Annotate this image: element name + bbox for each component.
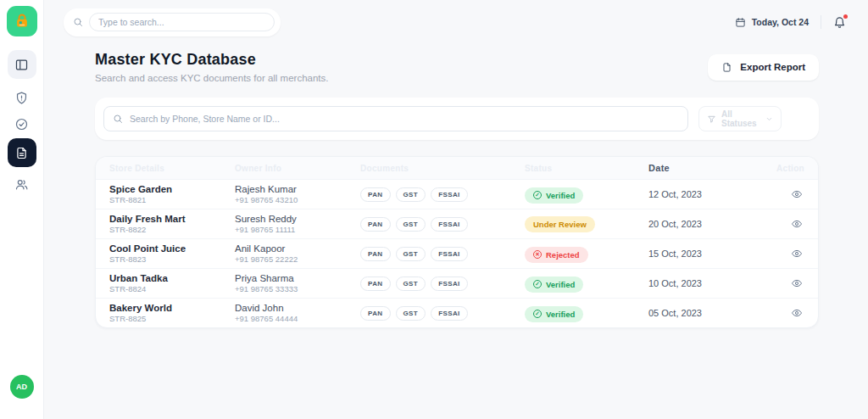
- action-cell: [776, 305, 811, 321]
- store-id: STR-8824: [109, 284, 235, 294]
- store-name: Cool Point Juice: [109, 243, 235, 254]
- store-id: STR-8822: [109, 225, 235, 235]
- view-document-button[interactable]: [789, 276, 804, 291]
- status-icon: ✓: [533, 280, 542, 288]
- action-cell: [776, 216, 811, 232]
- view-document-button[interactable]: [789, 187, 804, 202]
- sidebar-item-merchants[interactable]: [8, 170, 36, 198]
- document-badge: FSSAI: [431, 277, 468, 291]
- table-row[interactable]: Daily Fresh Mart STR-8822 Suresh Reddy +…: [96, 209, 818, 238]
- global-search: [64, 8, 281, 36]
- document-badge: PAN: [360, 217, 391, 232]
- page-header-text: Master KYC Database Search and access KY…: [95, 51, 329, 83]
- view-document-button[interactable]: [789, 246, 804, 261]
- store-cell: Urban Tadka STR-8824: [103, 272, 235, 295]
- status-cell: Under Review: [525, 215, 648, 232]
- column-header-date: Date: [648, 163, 776, 173]
- topbar-right: Today, Oct 24: [735, 15, 846, 29]
- sidebar-item-compliance[interactable]: [8, 84, 36, 111]
- table-row[interactable]: Bakery World STR-8825 David John +91 987…: [96, 298, 818, 327]
- documents-cell: PANGSTFSSAI: [360, 247, 525, 261]
- sidebar-nav: [8, 50, 36, 197]
- documents-cell: PANGSTFSSAI: [360, 217, 525, 232]
- sidebar: AD: [0, 0, 44, 419]
- sidebar-item-kyc-documents[interactable]: [8, 138, 36, 167]
- page-title: Master KYC Database: [95, 51, 329, 69]
- topbar: Today, Oct 24: [44, 0, 868, 44]
- document-badge: GST: [396, 187, 426, 202]
- document-badge: FSSAI: [431, 247, 468, 261]
- eye-icon: [791, 188, 803, 200]
- status-label: Verified: [546, 191, 575, 200]
- chevron-down-icon: [765, 115, 773, 123]
- app-logo[interactable]: [7, 6, 37, 36]
- user-avatar[interactable]: AD: [10, 375, 34, 399]
- action-cell: [776, 276, 811, 291]
- document-badge: FSSAI: [431, 306, 468, 321]
- date-chip: Today, Oct 24: [735, 17, 809, 28]
- sidebar-item-approvals[interactable]: [8, 110, 36, 137]
- table-row[interactable]: Cool Point Juice STR-8823 Anil Kapoor +9…: [96, 238, 818, 268]
- document-icon: [14, 146, 29, 160]
- documents-cell: PANGSTFSSAI: [360, 277, 525, 291]
- topbar-divider: [821, 15, 821, 29]
- store-cell: Daily Fresh Mart STR-8822: [103, 213, 235, 236]
- search-icon: [113, 114, 123, 124]
- table-header: Store Details Owner Info Documents Statu…: [96, 157, 818, 179]
- status-label: Under Review: [533, 220, 587, 229]
- document-badge: PAN: [360, 306, 391, 321]
- kyc-search-input[interactable]: [130, 114, 679, 124]
- status-filter-label: All Statuses: [721, 109, 760, 128]
- status-cell: ✕ Rejected: [525, 244, 648, 263]
- store-id: STR-8825: [109, 314, 235, 324]
- store-name: Daily Fresh Mart: [109, 213, 235, 225]
- panel-left-icon: [14, 58, 29, 72]
- status-label: Rejected: [546, 250, 580, 260]
- global-search-input[interactable]: [89, 13, 275, 31]
- store-name: Urban Tadka: [109, 272, 235, 284]
- export-report-button[interactable]: Export Report: [708, 54, 819, 81]
- main-content: Today, Oct 24 Master KYC Database Search…: [44, 0, 868, 419]
- notifications-button[interactable]: [833, 16, 846, 29]
- owner-cell: Priya Sharma +91 98765 33333: [235, 272, 360, 295]
- column-header-documents: Documents: [360, 164, 525, 173]
- view-document-button[interactable]: [789, 216, 804, 232]
- owner-cell: Anil Kapoor +91 98765 22222: [235, 243, 360, 265]
- status-label: Verified: [546, 280, 575, 289]
- status-filter-dropdown[interactable]: All Statuses: [698, 106, 782, 131]
- owner-name: Anil Kapoor: [235, 243, 360, 254]
- document-badge: FSSAI: [431, 217, 468, 232]
- store-name: Spice Garden: [109, 183, 235, 195]
- status-badge: Under Review: [525, 216, 595, 232]
- sidebar-item-dashboard[interactable]: [8, 50, 36, 79]
- kyc-search: [103, 106, 688, 131]
- document-badge: GST: [396, 306, 426, 321]
- status-badge: ✓ Verified: [525, 187, 583, 204]
- eye-icon: [791, 248, 803, 260]
- date-cell: 15 Oct, 2023: [648, 249, 776, 259]
- document-badge: GST: [396, 217, 426, 232]
- status-icon: ✓: [533, 310, 542, 318]
- owner-phone: +91 98765 22222: [235, 254, 360, 265]
- owner-name: Suresh Reddy: [235, 213, 360, 225]
- users-icon: [14, 177, 29, 192]
- status-icon: ✕: [533, 250, 542, 259]
- filter-funnel-icon: [707, 115, 716, 124]
- store-name: Bakery World: [109, 302, 235, 314]
- status-badge: ✕ Rejected: [525, 247, 588, 263]
- document-badge: FSSAI: [431, 187, 468, 202]
- table-row[interactable]: Spice Garden STR-8821 Rajesh Kumar +91 9…: [96, 179, 818, 209]
- status-icon: ✓: [533, 191, 542, 199]
- export-report-label: Export Report: [740, 62, 805, 72]
- app-window: AD Today, Oct 24: [0, 0, 868, 419]
- table-row[interactable]: Urban Tadka STR-8824 Priya Sharma +91 98…: [96, 268, 818, 298]
- action-cell: [776, 246, 811, 261]
- view-document-button[interactable]: [789, 305, 804, 321]
- owner-phone: +91 98765 11111: [235, 225, 360, 235]
- eye-icon: [791, 277, 803, 289]
- owner-name: David John: [235, 302, 360, 314]
- owner-phone: +91 98765 44444: [235, 314, 360, 324]
- store-cell: Cool Point Juice STR-8823: [103, 243, 235, 265]
- action-cell: [776, 187, 811, 202]
- date-cell: 20 Oct, 2023: [648, 219, 776, 229]
